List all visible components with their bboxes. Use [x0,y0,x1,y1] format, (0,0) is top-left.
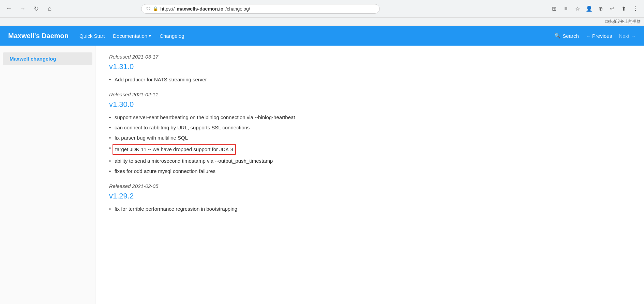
share-button[interactable]: ⬆ [619,4,629,14]
star-button[interactable]: ☆ [572,4,583,14]
previous-label: Previous [592,33,612,39]
site-brand[interactable]: Maxwell's Daemon [8,32,69,40]
extension-button[interactable]: ⊕ [596,4,606,14]
mobile-bar-text: □移动设备上的书签 [605,19,641,24]
browser-chrome: ← → ↻ ⌂ 🛡 🔒 https://maxwells-daemon.io/c… [0,0,644,18]
reader-button[interactable]: ≡ [561,4,571,14]
home-icon: ⌂ [48,5,52,12]
browser-actions: ⊞ ≡ ☆ 👤 ⊕ ↩ ⬆ ⋮ [549,4,641,14]
back-icon: ← [6,5,12,12]
change-list-v1-30-0: support server-sent heartbeating on the … [109,112,630,176]
next-label: Next [619,33,629,39]
nav-links: Quick Start Documentation ▾ Changelog [79,33,554,39]
release-date-v1-31-0: Released 2021-03-17 [109,54,630,60]
list-item-highlighted: target JDK 11 -- we have dropped support… [109,143,630,156]
sidebar: Maxwell changelog [0,46,95,304]
list-item: Add producer for NATS streaming server [109,75,630,85]
sidebar-item-maxwell-changelog[interactable]: Maxwell changelog [3,52,92,65]
highlighted-change-text: target JDK 11 -- we have dropped support… [113,144,236,155]
version-heading-v1-30-0[interactable]: v1.30.0 [109,100,630,109]
reload-button[interactable]: ↻ [31,3,42,14]
version-heading-v1-29-2[interactable]: v1.29.2 [109,192,630,201]
menu-button[interactable]: ⋮ [630,4,641,14]
arrow-left-icon: ← [586,33,591,39]
list-item: fix for terrible performance regression … [109,204,630,214]
list-item: ability to send a microsecond timestamp … [109,156,630,166]
search-link[interactable]: 🔍 Search [554,33,579,39]
version-heading-v1-31-0[interactable]: v1.31.0 [109,62,630,71]
page-layout: Maxwell changelog Released 2021-03-17 v1… [0,46,644,304]
search-icon: 🔍 [554,33,561,39]
list-item: fixes for odd azure mysql connection fai… [109,166,630,176]
reload-icon: ↻ [34,5,39,13]
list-item: support server-sent heartbeating on the … [109,112,630,123]
mobile-bar: □移动设备上的书签 [0,18,644,26]
release-date-v1-30-0: Released 2021-02-11 [109,92,630,97]
previous-link[interactable]: ← Previous [586,33,612,39]
nav-quick-start[interactable]: Quick Start [79,33,105,39]
address-bar[interactable]: 🛡 🔒 https://maxwells-daemon.io/changelog… [141,4,380,14]
qr-button[interactable]: ⊞ [549,4,559,14]
url-prefix: https:// [160,6,175,12]
home-button[interactable]: ⌂ [44,3,55,14]
lock-icon: 🔒 [153,6,158,11]
nav-changelog[interactable]: Changelog [160,33,184,39]
back-button[interactable]: ← [3,3,14,14]
change-list-v1-31-0: Add producer for NATS streaming server [109,75,630,85]
list-item: can connect to rabbitmq by URL, supports… [109,123,630,133]
account-button[interactable]: 👤 [584,4,594,14]
list-item: fix parser bug with multiline SQL [109,133,630,143]
url-domain: maxwells-daemon.io [177,6,223,12]
nav-documentation-label: Documentation [113,33,147,39]
history-back-button[interactable]: ↩ [607,4,617,14]
arrow-right-icon: → [631,33,636,39]
site-nav: Maxwell's Daemon Quick Start Documentati… [0,26,644,46]
release-date-v1-29-2: Released 2021-02-05 [109,183,630,189]
change-list-v1-29-2: fix for terrible performance regression … [109,204,630,214]
forward-icon: → [19,5,26,12]
next-link[interactable]: Next → [619,33,636,39]
main-content: Released 2021-03-17 v1.31.0 Add producer… [95,46,644,304]
forward-button[interactable]: → [17,3,28,14]
dropdown-arrow-icon: ▾ [149,33,151,39]
shield-icon: 🛡 [146,6,151,11]
nav-actions: 🔍 Search ← Previous Next → [554,33,636,39]
url-path: /changelog/ [225,6,250,12]
search-label: Search [563,33,579,39]
nav-documentation[interactable]: Documentation ▾ [113,33,151,39]
